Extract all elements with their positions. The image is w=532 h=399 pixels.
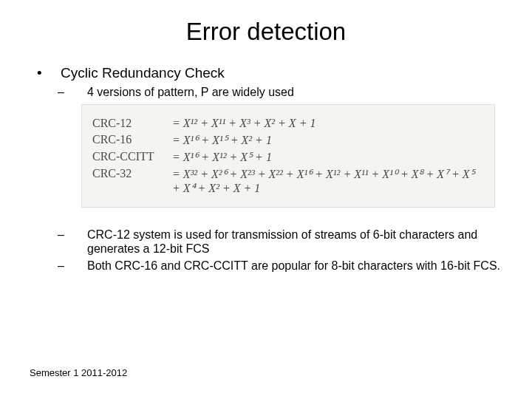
formula-name: CRC-CCITT bbox=[92, 150, 172, 163]
formula-name: CRC-16 bbox=[92, 133, 172, 146]
formula-row-crc-ccitt: CRC-CCITT = X¹⁶ + X¹² + X⁵ + 1 bbox=[82, 149, 494, 166]
formula-row-crc12: CRC-12 = X¹² + X¹¹ + X³ + X² + X + 1 bbox=[82, 115, 494, 132]
formula-poly: = X³² + X²⁶ + X²³ + X²² + X¹⁶ + X¹² + X¹… bbox=[172, 167, 484, 195]
formula-poly: = X¹⁶ + X¹² + X⁵ + 1 bbox=[172, 150, 484, 164]
formula-image: CRC-12 = X¹² + X¹¹ + X³ + X² + X + 1 CRC… bbox=[81, 104, 495, 208]
formula-name: CRC-32 bbox=[92, 167, 172, 180]
formula-name: CRC-12 bbox=[92, 117, 172, 130]
slide-title: Error detection bbox=[30, 18, 502, 46]
formula-poly: = X¹⁶ + X¹⁵ + X² + 1 bbox=[172, 133, 484, 147]
bullet-sub-2: CRC-12 system is used for transmission o… bbox=[72, 228, 502, 256]
formula-poly: = X¹² + X¹¹ + X³ + X² + X + 1 bbox=[172, 117, 484, 130]
slide: Error detection Cyclic Redundancy Check … bbox=[0, 0, 532, 399]
bullet-sub-3: Both CRC-16 and CRC-CCITT are popular fo… bbox=[72, 259, 502, 273]
cropped-edge-top bbox=[82, 108, 494, 115]
bullet-sub-1: 4 versions of pattern, P are widely used bbox=[72, 86, 502, 100]
bullet-main: Cyclic Redundancy Check bbox=[49, 65, 502, 81]
slide-footer: Semester 1 2011-2012 bbox=[30, 367, 127, 378]
cropped-edge-bottom bbox=[82, 197, 494, 204]
formula-row-crc16: CRC-16 = X¹⁶ + X¹⁵ + X² + 1 bbox=[82, 132, 494, 149]
formula-row-crc32: CRC-32 = X³² + X²⁶ + X²³ + X²² + X¹⁶ + X… bbox=[82, 166, 494, 197]
